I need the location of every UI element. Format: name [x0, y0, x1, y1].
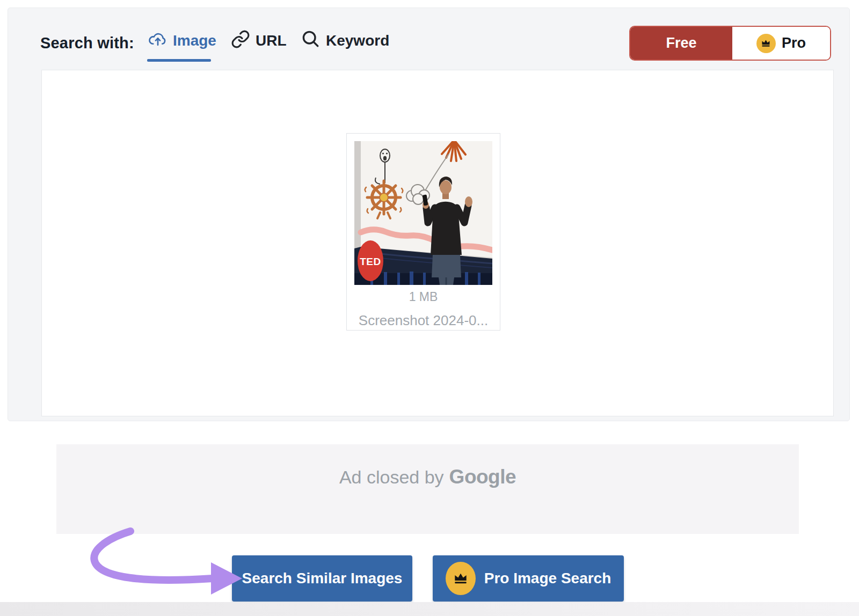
crown-icon — [446, 562, 476, 595]
free-label: Free — [666, 35, 696, 52]
ad-closed-prefix: Ad closed by — [339, 467, 444, 487]
file-name: Screenshot 2024-0... — [347, 312, 500, 329]
ad-closed-text: Ad closed byGoogle — [339, 466, 516, 488]
search-icon — [301, 29, 321, 53]
free-toggle-button[interactable]: Free — [630, 27, 732, 60]
search-with-label: Search with: — [40, 34, 134, 52]
tab-image[interactable]: Image — [148, 28, 216, 53]
plan-toggle: Free Pro — [629, 26, 831, 61]
tab-keyword-label: Keyword — [326, 32, 389, 49]
uploaded-image-thumbnail: TED — [354, 141, 492, 285]
google-logo-text: Google — [449, 466, 516, 488]
ted-logo: TED — [358, 240, 383, 281]
bottom-edge-strip — [0, 602, 859, 616]
tab-url[interactable]: URL — [231, 28, 287, 53]
search-similar-images-button[interactable]: Search Similar Images — [232, 555, 412, 602]
pro-label: Pro — [782, 35, 806, 52]
cloud-upload-icon — [148, 29, 168, 53]
pro-toggle-button[interactable]: Pro — [732, 27, 830, 60]
tab-image-label: Image — [173, 32, 216, 49]
uploaded-file-card: TED 1 MB Screenshot 2024-0... — [346, 133, 500, 331]
pro-image-search-label: Pro Image Search — [484, 570, 612, 587]
link-icon — [231, 30, 250, 53]
crown-icon — [756, 34, 776, 53]
tab-url-label: URL — [256, 32, 287, 49]
file-size: 1 MB — [347, 290, 500, 304]
tab-keyword[interactable]: Keyword — [301, 28, 389, 53]
ad-banner: Ad closed byGoogle — [56, 444, 799, 534]
pro-image-search-button[interactable]: Pro Image Search — [433, 555, 624, 602]
search-similar-images-label: Search Similar Images — [242, 570, 403, 587]
svg-text:TED: TED — [360, 256, 381, 267]
active-tab-underline — [147, 59, 211, 62]
